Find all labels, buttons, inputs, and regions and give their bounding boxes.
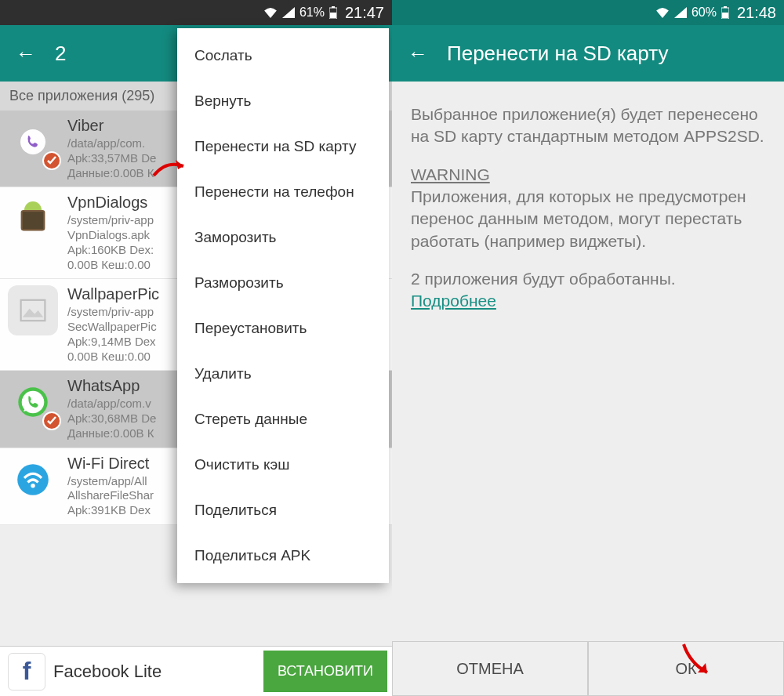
selected-badge-icon — [42, 151, 61, 170]
menu-item[interactable]: Вернуть — [177, 78, 389, 124]
ad-text: Facebook Lite — [53, 662, 263, 682]
menu-item[interactable]: Поделиться APK — [177, 533, 389, 578]
menu-item[interactable]: Удалить — [177, 351, 389, 397]
status-bar: 60% 21:48 — [392, 0, 784, 25]
battery-percent: 60% — [691, 5, 717, 20]
battery-percent: 61% — [299, 5, 325, 20]
signal-icon — [282, 7, 295, 18]
svg-rect-15 — [722, 13, 728, 18]
clock: 21:48 — [737, 4, 776, 22]
svg-point-12 — [31, 483, 35, 488]
app-icon — [8, 377, 58, 427]
signal-icon — [674, 7, 687, 18]
screen-dialog: 60% 21:48 ← Перенести на SD карту Выбран… — [392, 0, 784, 696]
wifi-icon — [263, 7, 278, 18]
menu-item[interactable]: Разморозить — [177, 260, 389, 306]
back-icon[interactable]: ← — [16, 42, 36, 66]
menu-item[interactable]: Перенести на телефон — [177, 169, 389, 215]
menu-item[interactable]: Заморозить — [177, 215, 389, 260]
details-link[interactable]: Подробнее — [411, 292, 496, 310]
app-bar: ← Перенести на SD карту — [392, 25, 784, 82]
facebook-icon: f — [8, 653, 45, 691]
ok-button[interactable]: ОК — [588, 641, 784, 696]
dialog-paragraph: 2 приложения будут обработанны. Подробне… — [411, 268, 765, 313]
cancel-button[interactable]: ОТМЕНА — [392, 641, 588, 696]
app-icon — [8, 117, 58, 167]
svg-rect-5 — [23, 212, 43, 229]
ad-banner[interactable]: f Facebook Lite ВСТАНОВИТИ — [0, 646, 392, 696]
install-button[interactable]: ВСТАНОВИТИ — [263, 651, 387, 692]
svg-rect-14 — [724, 6, 727, 8]
svg-rect-8 — [21, 300, 45, 321]
app-bar-title: Перенести на SD карту — [447, 42, 668, 66]
dialog-body: Выбранное приложение(я) будет перенесено… — [392, 82, 784, 641]
menu-item[interactable]: Сослать — [177, 33, 389, 78]
dialog-warning: WARNING Приложения, для которых не преду… — [411, 164, 765, 252]
context-menu: СослатьВернутьПеренести на SD картуПерен… — [177, 28, 389, 583]
warning-label: WARNING — [411, 165, 490, 183]
menu-item[interactable]: Очистить кэш — [177, 442, 389, 488]
menu-item[interactable]: Переустановить — [177, 306, 389, 351]
menu-item[interactable]: Стереть данные — [177, 397, 389, 442]
back-icon[interactable]: ← — [408, 42, 428, 66]
app-icon — [8, 194, 58, 244]
status-bar: 61% 21:47 — [0, 0, 392, 25]
selected-badge-icon — [42, 411, 61, 430]
dialog-paragraph: Выбранное приложение(я) будет перенесено… — [411, 103, 765, 148]
clock: 21:47 — [345, 4, 384, 22]
dialog-paragraph: Приложения, для которых не предусмотрен … — [411, 187, 746, 250]
menu-item[interactable]: Поделиться — [177, 488, 389, 533]
svg-point-3 — [20, 129, 45, 154]
svg-rect-1 — [332, 6, 335, 8]
app-icon — [8, 285, 58, 335]
battery-icon — [721, 6, 729, 19]
battery-icon — [329, 6, 337, 19]
svg-rect-2 — [330, 13, 336, 18]
app-bar-title: 2 — [55, 42, 66, 66]
wifi-icon — [655, 7, 670, 18]
screen-app-list: 61% 21:47 ← 2 Все приложения (295) Viber… — [0, 0, 392, 696]
dialog-button-bar: ОТМЕНА ОК — [392, 641, 784, 696]
menu-item[interactable]: Перенести на SD карту — [177, 124, 389, 169]
app-icon — [8, 455, 58, 505]
